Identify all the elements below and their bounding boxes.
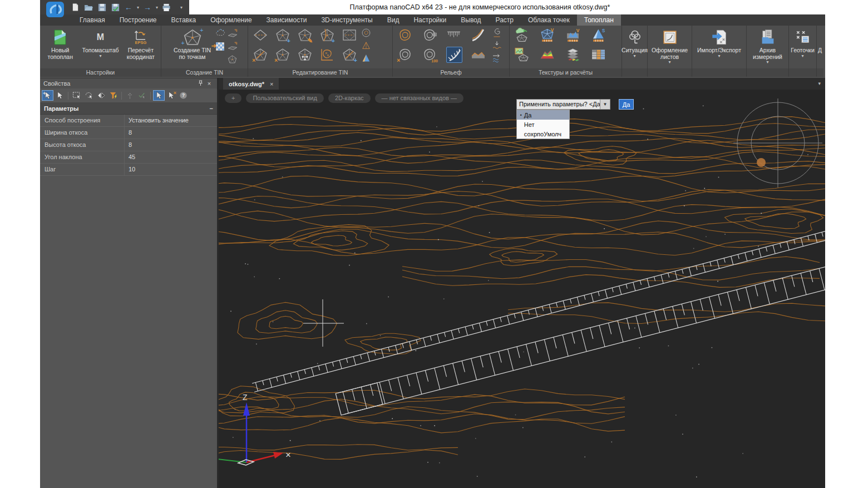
terrain-profile-button[interactable] — [471, 47, 486, 62]
select-cursor-button[interactable] — [54, 90, 66, 101]
recalc-coordinates-button[interactable]: EPSG Пересчёт координат — [122, 26, 160, 67]
ribbon-tab[interactable]: Вывод — [453, 14, 488, 26]
highlight-cursor-button[interactable] — [153, 90, 165, 101]
tin-move-point-button[interactable] — [297, 47, 312, 62]
flow-arrows-button[interactable] — [491, 53, 502, 64]
tin-add-edge-button[interactable]: + — [342, 47, 357, 62]
tin-from-cloud-button[interactable] — [215, 28, 226, 39]
parameter-value[interactable]: 8 — [125, 127, 217, 139]
surface-area-button[interactable]: S — [591, 27, 606, 42]
tin-from-raster-button[interactable]: ➜ — [215, 41, 226, 52]
document-tab[interactable]: otkosy.dwg* × — [223, 78, 279, 90]
clear-selection-button[interactable]: × — [165, 90, 177, 101]
viewport-control-pill[interactable]: + — [225, 93, 241, 103]
new-file-button[interactable] — [70, 2, 80, 12]
ribbon-tab[interactable]: Главная — [72, 14, 112, 26]
rect-select-button[interactable] — [71, 90, 82, 101]
viewport-control-pill[interactable]: Пользовательский вид — [246, 93, 323, 103]
add-selection-cursor-button[interactable]: + — [42, 90, 53, 101]
volume-mesh-button[interactable]: V — [540, 27, 555, 42]
prompt-option[interactable]: ▪ Нет — [517, 120, 569, 129]
contour-label-button[interactable] — [422, 27, 437, 42]
tin-add-breakline-button[interactable]: + — [319, 27, 334, 42]
surface-layers-button[interactable] — [565, 47, 580, 62]
smooth-contour-button[interactable] — [471, 27, 486, 42]
ribbon-collapse-chevron-icon[interactable]: ▾ — [818, 81, 821, 86]
drape-on-surface-button[interactable] — [491, 40, 502, 51]
tin-surface-export-button[interactable] — [227, 41, 238, 52]
parameter-value[interactable]: Установить значение — [125, 115, 217, 126]
parameter-row[interactable]: Ширина откоса 8 — [40, 127, 217, 139]
tin-edit-point-button[interactable]: ✎ — [297, 27, 312, 42]
prompt-option[interactable]: ▪ сохрпоУмолч — [517, 129, 569, 139]
close-icon[interactable]: × — [205, 80, 214, 87]
contours-create-button[interactable] — [397, 27, 412, 42]
volume-between-surfaces-button[interactable]: V — [565, 27, 580, 42]
texture-from-image-button[interactable] — [514, 47, 529, 62]
lasso-select-button[interactable] — [83, 90, 95, 101]
texture-from-web-button[interactable] — [514, 27, 529, 42]
sheet-layout-button[interactable]: Оформление листов ▾ — [649, 26, 691, 67]
new-topoplan-button[interactable]: Новый топоплан — [41, 26, 79, 67]
open-file-button[interactable] — [83, 2, 93, 12]
slope-tool-button[interactable] — [446, 47, 462, 63]
tin-hole-button[interactable] — [319, 47, 334, 62]
apply-selection-button[interactable] — [136, 90, 148, 101]
help-button[interactable]: ? — [177, 90, 189, 101]
parameter-row[interactable]: Способ построения Установить значение — [40, 115, 217, 127]
undo-button[interactable]: ← — [124, 2, 134, 12]
prompt-field[interactable]: Применить параметры? <Да> — [516, 99, 600, 110]
measurement-archive-button[interactable]: Архив измерений ▾ — [748, 26, 787, 67]
pin-icon[interactable] — [196, 80, 205, 87]
parameter-value[interactable]: 10 — [125, 164, 217, 175]
ribbon-tab[interactable]: Зависимости — [259, 14, 314, 26]
ribbon-tab[interactable]: Построение — [112, 14, 164, 26]
drawing-canvas[interactable]: Z× +Пользовательский вид2D-каркас— нет с… — [219, 90, 825, 488]
ribbon-tab[interactable]: 3D-инструменты — [314, 14, 379, 26]
ribbon-tab[interactable]: Оформление — [203, 14, 259, 26]
collapse-icon[interactable]: − — [210, 105, 213, 112]
height-colormap-button[interactable] — [540, 47, 555, 62]
tin-boundary-circle-button[interactable] — [361, 27, 372, 38]
save-all-button[interactable] — [110, 2, 120, 12]
move-selection-button[interactable] — [124, 90, 136, 101]
parameter-value[interactable]: 8 — [125, 139, 217, 151]
viewport-control-pill[interactable]: 2D-каркас — [328, 93, 371, 103]
parameter-row[interactable]: Угол наклона 45 — [40, 151, 217, 164]
geopoints-button[interactable]: Геоточки ▾ — [790, 26, 815, 67]
tin-swap-edge-button[interactable] — [253, 27, 268, 42]
tin-clip-boundary-button[interactable] — [342, 27, 357, 42]
save-button[interactable] — [97, 2, 107, 12]
prompt-option[interactable]: ▪ Да — [517, 110, 569, 120]
parameter-value[interactable]: 45 — [125, 151, 217, 163]
tin-delete-point-button[interactable]: × — [275, 47, 290, 62]
situation-button[interactable]: Ситуация ▾ — [623, 26, 647, 67]
tin-add-point-button[interactable]: + — [275, 27, 290, 42]
prompt-dropdown-arrow-icon[interactable]: ▼ — [600, 99, 610, 110]
import-export-button[interactable]: Импорт/Экспорт ▾ — [693, 26, 745, 67]
create-tin-by-points-button[interactable]: + + Создание TIN по точкам — [171, 26, 214, 67]
viewport-control-pill[interactable]: — нет связанных видов — — [375, 93, 463, 103]
contour-delete-button[interactable]: × — [397, 47, 412, 62]
parameter-row[interactable]: Шаг 10 — [40, 164, 217, 176]
tin-surface-import-button[interactable] — [227, 28, 238, 39]
close-tab-icon[interactable]: × — [270, 81, 273, 87]
ribbon-tab[interactable]: Вставка — [164, 14, 204, 26]
tin-from-objects-button[interactable] — [227, 53, 238, 65]
tin-delete-edge-button[interactable]: × — [253, 47, 268, 62]
ribbon-tab[interactable]: Облака точек — [521, 14, 577, 26]
tin-pyramid-outline-button[interactable] — [361, 40, 372, 51]
selection-filter-button[interactable] — [107, 90, 119, 101]
parameters-section-header[interactable]: Параметры − — [40, 103, 217, 115]
tin-pyramid-solid-button[interactable] — [361, 53, 372, 64]
ribbon-tab[interactable]: Вид — [380, 14, 407, 26]
calc-table-button[interactable] — [591, 47, 606, 62]
confirm-yes-button[interactable]: Да — [619, 99, 634, 110]
section-curve-button[interactable] — [491, 27, 502, 38]
berg-strokes-button[interactable] — [446, 27, 461, 42]
invert-selection-button[interactable] — [95, 90, 107, 101]
contour-elevation-button[interactable]: 100 — [422, 47, 437, 62]
parameter-row[interactable]: Высота откоса 8 — [40, 139, 217, 151]
ribbon-tab[interactable]: Растр — [489, 14, 521, 26]
topo-scale-button[interactable]: M Топомасштаб ▾ — [79, 26, 121, 67]
